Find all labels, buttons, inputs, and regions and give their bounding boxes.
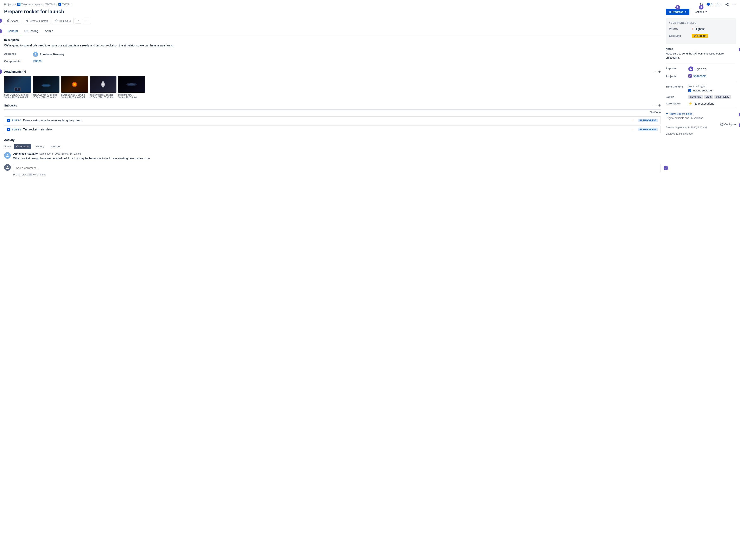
attachments-more-button[interactable] xyxy=(653,70,657,74)
status-button[interactable]: In Progress ▼ xyxy=(666,9,689,15)
epic-link-value: 🚀 Rocket xyxy=(692,34,733,38)
attachment-name-0: nasa-OLlj17tU... ash.jpg xyxy=(4,94,31,96)
annotation-8: 8 xyxy=(0,69,2,74)
include-subtasks-label[interactable]: Include subtasks xyxy=(688,89,713,92)
assignee-value: Annaliese Rozvany xyxy=(33,52,65,57)
svg-point-19 xyxy=(35,53,36,54)
annotation-7: 7 xyxy=(664,166,668,170)
project-link[interactable]: 🚀 Spaceship xyxy=(688,74,706,78)
time-tracking-text: No time logged xyxy=(688,85,706,88)
attachment-item-4[interactable]: guillermo-ferl... i 18 Sep 2020, 09:4 xyxy=(118,76,145,98)
include-subtasks-text: Include subtasks xyxy=(692,89,713,92)
annotation-6: 6 xyxy=(739,123,740,127)
tab-general[interactable]: General xyxy=(4,27,21,35)
project-icon: 🚀 xyxy=(688,74,692,78)
issue-title: Prepare rocket for launch xyxy=(4,9,661,14)
comment-edited-0: Edited xyxy=(74,152,81,155)
label-black-hole[interactable]: black-hole xyxy=(688,95,703,99)
breadcrumb-space[interactable]: Take me to space xyxy=(21,3,42,6)
label-earth[interactable]: earth xyxy=(704,95,713,99)
subtask-priority-1: ↑ xyxy=(632,128,635,131)
attachment-thumb-4 xyxy=(118,76,145,93)
epic-badge[interactable]: 🚀 Rocket xyxy=(692,34,708,38)
annotation-5: 5 xyxy=(739,112,740,117)
subtasks-more-button[interactable] xyxy=(653,103,657,107)
comment-input-wrapper: 7 Pro tip: press M to comment xyxy=(13,164,661,176)
svg-point-33 xyxy=(128,83,134,85)
svg-point-18 xyxy=(88,21,88,21)
actions-button[interactable]: Actions ▼ xyxy=(692,9,710,15)
activity-tab-comments[interactable]: Comments xyxy=(14,144,31,149)
attachment-item-3[interactable]: niketh-vellank... ash.jpg 18 Sep 2020, 0… xyxy=(90,76,116,98)
tab-qa-testing[interactable]: QA Testing xyxy=(21,27,41,35)
breadcrumb-tmts1[interactable]: TMTS-1 xyxy=(62,3,72,6)
configure-button[interactable]: Configure xyxy=(720,123,736,126)
attachments-grid: nasa-OLlj17tU... ash.jpg 18 Sep 2020, 09… xyxy=(4,76,661,98)
divider-1 xyxy=(4,66,661,66)
svg-point-6 xyxy=(726,4,727,5)
subtask-status-0: IN PROGRESS xyxy=(638,119,658,122)
attachments-section: 8 Attachments (7) + xyxy=(4,70,661,98)
like-button[interactable]: 1 xyxy=(716,2,722,6)
link-issue-button[interactable]: Link issue xyxy=(52,18,74,24)
attachment-item-2[interactable]: ganapathy-ku... ash.jpg 18 Sep 2020, 09:… xyxy=(61,76,88,98)
watch-button[interactable]: 2 xyxy=(707,2,713,6)
attachment-item-0[interactable]: nasa-OLlj17tU... ash.jpg 18 Sep 2020, 09… xyxy=(4,76,31,98)
attachment-name-1: nasa-Q1p7bh3... ash.jpg xyxy=(33,94,60,96)
svg-point-5 xyxy=(727,3,728,4)
annotation-1: 1 xyxy=(0,19,2,23)
attachment-name-4: guillermo-ferl... i xyxy=(118,94,145,96)
attachment-date-1: 18 Sep 2020, 09:44 AM xyxy=(33,96,60,98)
assignee-row: Assignee Annaliese Rozvany xyxy=(4,52,661,57)
breadcrumb-tmts4[interactable]: TMTS-4 xyxy=(45,3,55,6)
svg-point-11 xyxy=(734,4,734,5)
subtask-key-1[interactable]: TMTS-3 xyxy=(12,128,21,131)
tab-admin[interactable]: Admin xyxy=(41,27,56,35)
dropdown-button[interactable] xyxy=(75,18,81,23)
attachment-item-1[interactable]: nasa-Q1p7bh3... ash.jpg 18 Sep 2020, 09:… xyxy=(33,76,60,98)
subtask-key-0[interactable]: TMTS-2 xyxy=(12,119,21,122)
projects-label: Projects xyxy=(666,74,688,78)
svg-point-21 xyxy=(655,71,655,72)
annotation-2: 2 xyxy=(675,5,680,10)
svg-point-38 xyxy=(7,166,8,167)
created-text: Created September 8, 2020, 9:42 AM xyxy=(666,126,707,129)
svg-rect-3 xyxy=(19,5,20,5)
assignee-label: Assignee xyxy=(4,52,33,55)
create-subtask-button[interactable]: Create subtask xyxy=(23,18,51,24)
attachments-add-button[interactable]: + xyxy=(658,70,661,74)
activity-section: Activity Show: Comments History Work log… xyxy=(4,138,661,176)
show-more-fields-button[interactable]: ▼ Show 2 more fields xyxy=(666,112,736,115)
label-outer-space[interactable]: outer-space xyxy=(714,95,731,99)
subtask-item-0[interactable]: TMTS-2 Ensure astronauts have everything… xyxy=(4,116,661,124)
subtask-item-1[interactable]: TMTS-3 Test rocket in simulator ↑ IN PRO… xyxy=(4,125,661,133)
comment-text-input[interactable] xyxy=(13,164,661,172)
svg-line-8 xyxy=(726,5,727,5)
components-value[interactable]: launch xyxy=(33,59,41,63)
more-options-button[interactable] xyxy=(83,18,91,24)
include-subtasks-checkbox[interactable] xyxy=(688,89,691,92)
subtask-icon-0 xyxy=(7,119,10,122)
priority-text: Highest xyxy=(695,27,705,30)
share-button[interactable] xyxy=(725,2,729,6)
svg-point-22 xyxy=(656,71,656,72)
pinned-fields-label: YOUR PINNED FIELDS xyxy=(669,22,733,24)
actions-chevron-icon: ▼ xyxy=(705,11,707,13)
subtasks-add-button[interactable]: + xyxy=(658,103,661,107)
more-button[interactable] xyxy=(732,2,736,6)
components-label: Components xyxy=(4,59,33,63)
breadcrumb-projects[interactable]: Projects xyxy=(4,3,14,6)
subtask-icon-1 xyxy=(7,128,10,131)
activity-tab-worklog[interactable]: Work log xyxy=(49,144,63,149)
activity-tab-history[interactable]: History xyxy=(34,144,46,149)
comment-avatar-0 xyxy=(4,152,11,159)
attach-button[interactable]: Attach xyxy=(4,18,21,24)
reporter-label: Reporter xyxy=(666,67,688,70)
projects-row: Projects 🚀 Spaceship xyxy=(666,74,736,78)
status-chevron-icon: ▼ xyxy=(685,11,687,13)
subtask-status-1: IN PROGRESS xyxy=(638,128,658,131)
reporter-avatar xyxy=(688,67,693,71)
comment-date-0: September 8, 2020, 10:09 AM xyxy=(39,152,72,155)
automation-text: Rule executions xyxy=(694,102,714,105)
labels-value: black-hole earth outer-space xyxy=(688,95,736,99)
